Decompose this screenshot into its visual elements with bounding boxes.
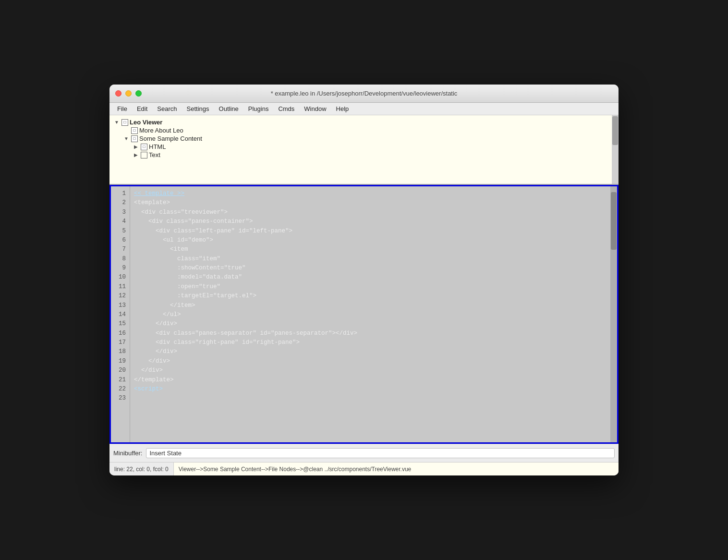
line-num: 15 bbox=[117, 319, 126, 329]
line-num: 7 bbox=[117, 245, 126, 254]
code-line-4: <div class="panes-container"> bbox=[134, 217, 613, 226]
node-label: More About Leo bbox=[139, 127, 183, 134]
tree-node-somesamplecontent[interactable]: ▼ □ Some Sample Content bbox=[111, 134, 617, 143]
code-line-9: :showContent="true" bbox=[134, 264, 613, 273]
line-num: 16 bbox=[117, 329, 126, 338]
menu-help[interactable]: Help bbox=[332, 104, 353, 114]
menu-settings[interactable]: Settings bbox=[183, 104, 213, 114]
minibuffer-label: Minibuffer: bbox=[113, 450, 142, 457]
window-title: * example.leo in /Users/josephorr/Develo… bbox=[271, 90, 458, 97]
line-num: 22 bbox=[117, 385, 126, 394]
line-num: 21 bbox=[117, 376, 126, 385]
editor-scrollbar[interactable] bbox=[610, 186, 617, 442]
menu-bar: File Edit Search Settings Outline Plugin… bbox=[109, 103, 619, 115]
line-num: 3 bbox=[117, 208, 126, 217]
code-line-11: :open="true" bbox=[134, 282, 613, 292]
tree-node-leoviewer[interactable]: ▼ □ Leo Viewer bbox=[111, 118, 617, 126]
code-line-1: << template >> bbox=[134, 189, 613, 198]
arrow-icon: ▶ bbox=[133, 144, 139, 150]
minimize-button[interactable] bbox=[125, 90, 132, 97]
code-line-10: :model="data.data" bbox=[134, 273, 613, 282]
line-num: 19 bbox=[117, 357, 126, 366]
tree-node-moreaboutleo[interactable]: □ More About Leo bbox=[111, 126, 617, 134]
code-line-23: <script> bbox=[134, 385, 613, 394]
code-line-18: </div> bbox=[134, 347, 613, 356]
app-window: * example.leo in /Users/josephorr/Develo… bbox=[109, 85, 619, 475]
menu-window[interactable]: Window bbox=[300, 104, 330, 114]
traffic-lights bbox=[115, 90, 142, 97]
status-path: Viewer-->Some Sample Content-->File Node… bbox=[173, 463, 619, 475]
status-position: line: 22, col: 0, fcol: 0 bbox=[109, 466, 173, 473]
arrow-icon: ▼ bbox=[113, 119, 120, 126]
menu-search[interactable]: Search bbox=[153, 104, 181, 114]
node-label: HTML bbox=[149, 143, 166, 150]
menu-cmds[interactable]: Cmds bbox=[274, 104, 298, 114]
minibuffer: Minibuffer: bbox=[109, 444, 619, 462]
line-num: 23 bbox=[117, 394, 126, 403]
code-editor[interactable]: << template >> <template> <div class="tr… bbox=[130, 186, 617, 442]
line-num: 18 bbox=[117, 347, 126, 356]
code-line-5: <div class="left-pane" id="left-pane"> bbox=[134, 227, 613, 236]
tree-node-text[interactable]: ▶ Text bbox=[111, 151, 617, 159]
node-icon: □ bbox=[141, 144, 147, 150]
editor-scrollbar-thumb[interactable] bbox=[611, 192, 617, 250]
line-num: 11 bbox=[117, 282, 126, 292]
minibuffer-input[interactable] bbox=[146, 448, 615, 458]
code-line-20: </div> bbox=[134, 366, 613, 375]
line-num: 1 bbox=[117, 189, 126, 198]
line-num: 10 bbox=[117, 273, 126, 282]
tree-node-html[interactable]: ▶ □ HTML bbox=[111, 143, 617, 151]
node-icon bbox=[141, 152, 147, 158]
menu-file[interactable]: File bbox=[113, 104, 131, 114]
code-line-15: </div> bbox=[134, 319, 613, 329]
line-numbers: 1 2 3 4 5 6 7 8 9 10 11 12 13 14 15 16 1… bbox=[111, 186, 130, 442]
code-line-7: <item bbox=[134, 245, 613, 254]
line-num: 5 bbox=[117, 227, 126, 236]
code-line-19: </div> bbox=[134, 357, 613, 366]
close-button[interactable] bbox=[115, 90, 121, 97]
maximize-button[interactable] bbox=[135, 90, 142, 97]
arrow-icon bbox=[123, 127, 130, 134]
menu-plugins[interactable]: Plugins bbox=[244, 104, 273, 114]
tree-scrollbar[interactable] bbox=[612, 115, 619, 184]
editor-pane[interactable]: 1 2 3 4 5 6 7 8 9 10 11 12 13 14 15 16 1… bbox=[109, 185, 619, 444]
status-bar: line: 22, col: 0, fcol: 0 Viewer-->Some … bbox=[109, 462, 619, 475]
tree-scrollbar-thumb[interactable] bbox=[612, 116, 618, 145]
line-num: 17 bbox=[117, 338, 126, 347]
node-label: Leo Viewer bbox=[130, 119, 162, 126]
line-num: 20 bbox=[117, 366, 126, 375]
title-bar: * example.leo in /Users/josephorr/Develo… bbox=[109, 85, 619, 103]
node-icon: □ bbox=[131, 127, 138, 134]
menu-outline[interactable]: Outline bbox=[215, 104, 243, 114]
node-icon: □ bbox=[131, 135, 138, 142]
arrow-icon: ▶ bbox=[133, 152, 139, 158]
code-line-2: <template> bbox=[134, 198, 613, 207]
node-icon: □ bbox=[121, 119, 128, 126]
code-line-14: </ul> bbox=[134, 310, 613, 319]
code-line-3: <div class="treeviewer"> bbox=[134, 208, 613, 217]
code-line-16: <div class="panes-separator" id="panes-s… bbox=[134, 329, 613, 338]
node-label: Text bbox=[149, 151, 160, 158]
tree-content: ▼ □ Leo Viewer □ More About Leo ▼ □ Some… bbox=[109, 115, 619, 162]
code-line-6: <ul id="demo"> bbox=[134, 236, 613, 245]
line-num: 9 bbox=[117, 264, 126, 273]
line-num: 8 bbox=[117, 255, 126, 264]
line-num: 12 bbox=[117, 292, 126, 301]
code-line-13: </item> bbox=[134, 301, 613, 310]
menu-edit[interactable]: Edit bbox=[133, 104, 151, 114]
code-line-12: :targetEl="target.el"> bbox=[134, 292, 613, 301]
line-num: 2 bbox=[117, 198, 126, 207]
line-num: 6 bbox=[117, 236, 126, 245]
arrow-icon: ▼ bbox=[123, 135, 130, 142]
line-num: 14 bbox=[117, 310, 126, 319]
node-label: Some Sample Content bbox=[139, 135, 202, 142]
tree-pane[interactable]: ▼ □ Leo Viewer □ More About Leo ▼ □ Some… bbox=[109, 115, 619, 185]
code-line-21: </template> bbox=[134, 376, 613, 385]
code-line-17: <div class="right-pane" id="right-pane"> bbox=[134, 338, 613, 347]
main-content: ▼ □ Leo Viewer □ More About Leo ▼ □ Some… bbox=[109, 115, 619, 475]
code-line-8: class="item" bbox=[134, 255, 613, 264]
line-num: 13 bbox=[117, 301, 126, 310]
line-num: 4 bbox=[117, 217, 126, 226]
